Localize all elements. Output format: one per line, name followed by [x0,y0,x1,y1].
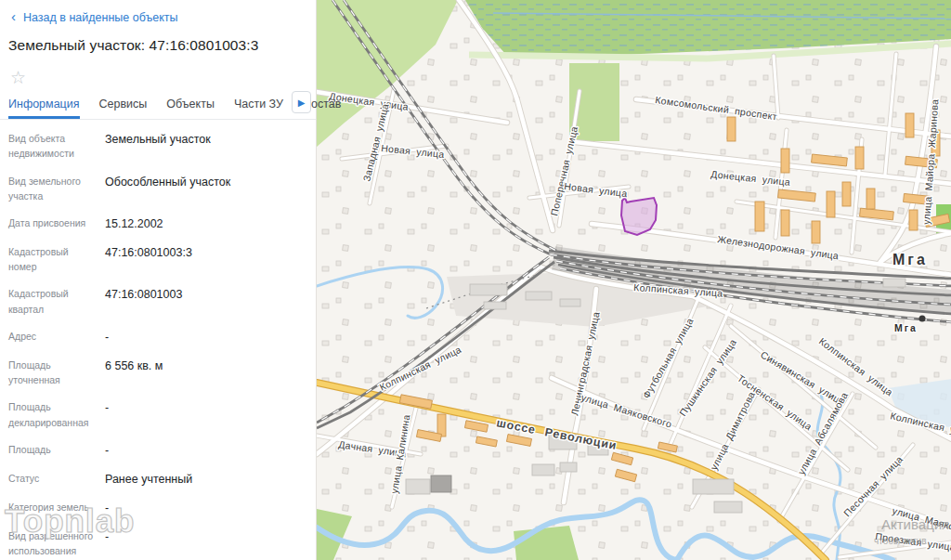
field-row: Дата присвоения15.12.2002 [8,215,307,232]
field-value: - [105,329,109,345]
field-value: Обособленный участок [105,174,230,204]
field-row: Кадастровый номер47:16:0801003:3 [8,244,307,275]
field-label: Вид разрешенного использования [8,528,105,559]
field-row: Вид объекта недвижимостиЗемельный участо… [8,131,307,162]
tab-parcel-parts[interactable]: Части ЗУ [234,98,283,119]
field-value: Земельный участок [105,131,211,162]
page-title: Земельный участок: 47:16:0801003:3 [0,30,316,56]
back-chevron-icon: ‹ [11,9,16,23]
field-row: Площадь уточненная6 556 кв. м [8,358,307,388]
favorite-star-icon[interactable]: ☆ [0,56,316,92]
map-canvas[interactable]: Донецкая улица Комсомольский проспект За… [317,0,951,560]
field-row: Кадастровый квартал47:16:0801003 [8,286,307,317]
activation-watermark-line1: Активация [881,516,949,532]
field-label: Адрес [8,329,105,345]
field-value: - [105,399,109,430]
field-value: 15.12.2002 [105,215,163,232]
industrial-building-dark [431,475,451,492]
field-value: - [105,500,109,516]
tabs-overflow-button[interactable]: ▶ [292,91,311,113]
activation-watermark-line2: чтобы актив [874,536,926,546]
field-label: Площадь [8,442,105,459]
town-label: Мга [892,252,928,267]
field-row: Площадь декларированная- [8,399,307,430]
field-value: 47:16:0801003 [105,286,182,317]
field-value: Ранее учтенный [105,471,192,488]
field-value: - [105,442,109,459]
field-row: Адрес- [8,329,307,345]
field-label: Площадь уточненная [8,358,105,388]
object-info-panel: ‹ Назад в найденные объекты Земельный уч… [0,0,316,560]
back-link-label: Назад в найденные объекты [23,11,177,24]
field-label: Вид объекта недвижимости [8,131,105,162]
field-label: Дата присвоения [8,215,105,232]
field-row: Площадь- [8,442,307,459]
field-row: СтатусРанее учтенный [8,471,307,488]
field-row: Категория земель- [8,500,307,516]
field-label: Площадь декларированная [8,399,105,430]
field-value: - [105,528,109,559]
field-value: 6 556 кв. м [105,358,163,388]
tab-information[interactable]: Информация [8,98,80,119]
tab-objects[interactable]: Объекты [166,98,215,119]
swamp-area [465,0,951,59]
field-label: Статус [8,471,105,488]
cadastral-map-app: ‹ Назад в найденные объекты Земельный уч… [0,0,951,560]
attributes-list: Вид объекта недвижимостиЗемельный участо… [0,120,316,560]
field-value: 47:16:0801003:3 [105,244,192,275]
field-label: Кадастровый квартал [8,286,105,317]
map[interactable]: Донецкая улица Комсомольский проспект За… [316,0,951,560]
back-link[interactable]: ‹ Назад в найденные объекты [0,0,316,30]
forest-patch [514,526,579,560]
station-label: Мга [894,322,918,333]
field-label: Вид земельного участка [8,174,105,204]
field-row: Вид земельного участкаОбособленный участ… [8,174,307,204]
station-marker [919,316,926,322]
field-label: Категория земель [8,500,105,516]
field-row: Вид разрешенного использования- [8,528,307,559]
tab-services[interactable]: Сервисы [99,98,148,119]
tab-bar: Информация Сервисы Объекты Части ЗУ Сост… [0,92,316,120]
field-label: Кадастровый номер [8,244,105,275]
